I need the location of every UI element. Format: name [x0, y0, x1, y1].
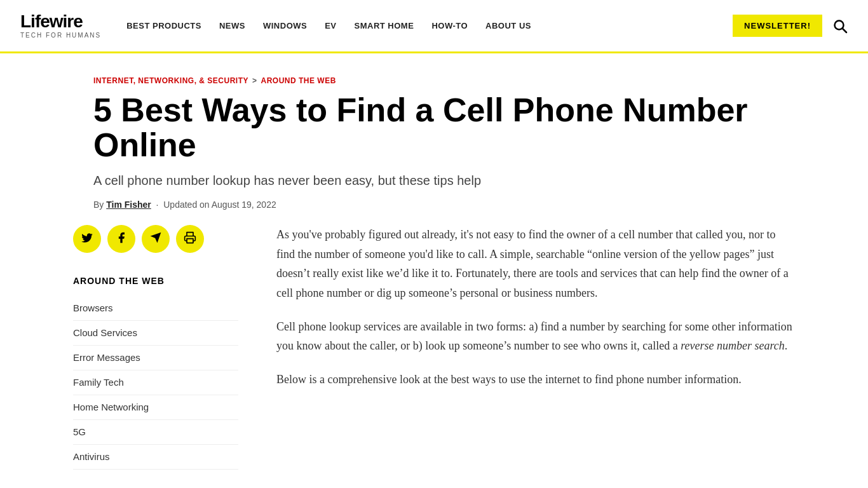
article-byline: By Tim Fisher · Updated on August 19, 20… — [93, 200, 775, 210]
article-subtitle: A cell phone number lookup has never bee… — [93, 173, 775, 188]
facebook-icon — [115, 231, 128, 247]
newsletter-button[interactable]: NEWSLETTER! — [733, 15, 822, 37]
list-item: Cloud Services — [73, 321, 238, 346]
two-col-layout: AROUND THE WEB Browsers Cloud Services E… — [53, 225, 815, 470]
nav-best-products[interactable]: BEST PRODUCTS — [126, 21, 201, 30]
nav-how-to[interactable]: HOW-TO — [431, 21, 468, 30]
nav-ev[interactable]: EV — [325, 21, 336, 30]
sidebar-link-home-networking[interactable]: Home Networking — [73, 402, 149, 412]
top-area: INTERNET, NETWORKING, & SECURITY > AROUN… — [73, 76, 795, 210]
telegram-share-button[interactable] — [142, 225, 170, 253]
print-button[interactable] — [176, 225, 204, 253]
social-buttons — [73, 225, 238, 253]
facebook-share-button[interactable] — [107, 225, 135, 253]
reverse-number-search-term: reverse number search — [681, 339, 785, 352]
article-body: As you've probably figured out already, … — [276, 225, 795, 470]
telegram-icon — [149, 231, 162, 247]
nav-windows[interactable]: WINDOWS — [263, 21, 307, 30]
logo-text: Lifewire — [20, 13, 101, 30]
article-paragraph-1: As you've probably figured out already, … — [276, 225, 795, 302]
breadcrumb-current[interactable]: AROUND THE WEB — [261, 76, 336, 85]
sidebar-link-error-messages[interactable]: Error Messages — [73, 352, 140, 363]
breadcrumb-separator: > — [252, 76, 257, 85]
twitter-icon — [81, 231, 93, 247]
nav-smart-home[interactable]: SMART HOME — [355, 21, 414, 30]
sidebar-link-cloud-services[interactable]: Cloud Services — [73, 327, 137, 338]
sidebar-section-title: AROUND THE WEB — [73, 276, 238, 286]
article-paragraph-3: Below is a comprehensive look at the bes… — [276, 370, 795, 390]
sidebar-links-list: Browsers Cloud Services Error Messages F… — [73, 296, 238, 470]
list-item: Browsers — [73, 296, 238, 321]
logo-sub: TECH FOR HUMANS — [20, 32, 101, 39]
nav-about-us[interactable]: ABOUT US — [485, 21, 531, 30]
list-item: 5G — [73, 420, 238, 445]
author-link[interactable]: Tim Fisher — [106, 200, 151, 210]
site-header: Lifewire TECH FOR HUMANS BEST PRODUCTS N… — [0, 0, 868, 53]
nav-news[interactable]: NEWS — [219, 21, 245, 30]
sidebar-link-family-tech[interactable]: Family Tech — [73, 377, 124, 388]
print-icon — [184, 231, 196, 247]
article-paragraph-2: Cell phone lookup services are available… — [276, 317, 795, 356]
breadcrumb: INTERNET, NETWORKING, & SECURITY > AROUN… — [93, 76, 775, 85]
breadcrumb-parent[interactable]: INTERNET, NETWORKING, & SECURITY — [93, 76, 248, 85]
sidebar: AROUND THE WEB Browsers Cloud Services E… — [73, 225, 238, 470]
site-logo[interactable]: Lifewire TECH FOR HUMANS — [20, 13, 101, 39]
main-nav: BEST PRODUCTS NEWS WINDOWS EV SMART HOME… — [126, 21, 733, 30]
svg-rect-2 — [187, 238, 193, 243]
sidebar-link-browsers[interactable]: Browsers — [73, 302, 113, 313]
sidebar-link-5g[interactable]: 5G — [73, 426, 86, 437]
search-button[interactable] — [832, 18, 848, 34]
article-title: 5 Best Ways to Find a Cell Phone Number … — [93, 93, 775, 162]
list-item: Home Networking — [73, 395, 238, 420]
sidebar-link-antivirus[interactable]: Antivirus — [73, 451, 110, 462]
svg-line-1 — [843, 29, 846, 32]
updated-date: Updated on August 19, 2022 — [163, 200, 276, 210]
list-item: Antivirus — [73, 445, 238, 470]
list-item: Family Tech — [73, 370, 238, 395]
list-item: Error Messages — [73, 346, 238, 370]
twitter-share-button[interactable] — [73, 225, 101, 253]
